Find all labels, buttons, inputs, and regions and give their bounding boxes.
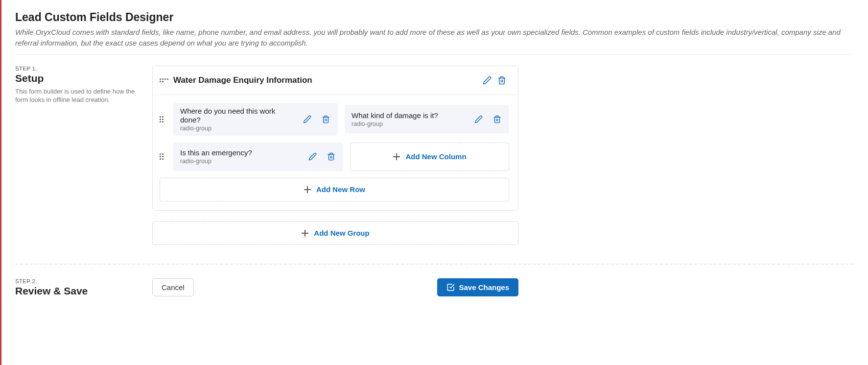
field-row: Where do you need this work done? radio-… <box>160 103 509 136</box>
add-column-label: Add New Column <box>405 152 466 161</box>
drag-handle-icon[interactable] <box>160 78 168 82</box>
step2-label: STEP 2. <box>15 278 141 284</box>
page-description: While OryxCloud comes with standard fiel… <box>15 27 853 55</box>
plus-icon <box>393 153 400 161</box>
edit-field-button[interactable] <box>300 112 314 126</box>
pencil-icon <box>303 115 311 123</box>
trash-icon <box>497 76 506 85</box>
add-group-label: Add New Group <box>314 229 369 237</box>
pencil-icon <box>308 152 317 161</box>
section-divider <box>15 264 853 265</box>
cancel-button[interactable]: Cancel <box>152 278 194 296</box>
trash-icon <box>322 115 330 123</box>
edit-group-button[interactable] <box>480 73 494 88</box>
save-label: Save Changes <box>459 283 509 292</box>
edit-field-button[interactable] <box>305 149 320 164</box>
step1-help: This form builder is used to define how … <box>15 87 141 104</box>
field-type: radio-group <box>180 158 301 165</box>
field-title: Where do you need this work done? <box>180 107 296 124</box>
field-card[interactable]: What kind of damage is it? radio-group <box>345 105 509 133</box>
field-group-card: Water Damage Enquiry Information Where d… <box>152 66 518 211</box>
check-square-icon <box>446 283 455 292</box>
group-header: Water Damage Enquiry Information <box>153 66 518 95</box>
delete-field-button[interactable] <box>490 112 504 126</box>
field-type: radio-group <box>352 121 467 127</box>
add-new-row-button[interactable]: Add New Row <box>160 178 509 201</box>
step-setup-row: STEP 1. Setup This form builder is used … <box>15 66 853 245</box>
drag-handle-icon[interactable] <box>160 116 165 122</box>
delete-group-button[interactable] <box>494 73 509 88</box>
field-title: What kind of damage is it? <box>352 111 467 120</box>
action-buttons: Cancel Save Changes <box>152 278 518 296</box>
field-card[interactable]: Is this an emergency? radio-group <box>173 143 343 171</box>
add-new-group-button[interactable]: Add New Group <box>152 221 518 245</box>
trash-icon <box>493 115 501 123</box>
page-title: Lead Custom Fields Designer <box>15 11 853 24</box>
field-row: Is this an emergency? radio-group Add Ne… <box>160 143 509 171</box>
pencil-icon <box>474 115 483 123</box>
delete-field-button[interactable] <box>318 112 333 126</box>
trash-icon <box>327 152 335 161</box>
edit-field-button[interactable] <box>471 112 486 126</box>
group-title: Water Damage Enquiry Information <box>173 75 480 85</box>
step-review-row: STEP 2. Review & Save Cancel Save Change… <box>15 278 853 300</box>
form-builder: Water Damage Enquiry Information Where d… <box>152 66 518 245</box>
add-row-label: Add New Row <box>316 185 365 194</box>
plus-icon <box>301 229 309 237</box>
field-title: Is this an emergency? <box>180 148 301 157</box>
step2-title: Review & Save <box>15 285 141 297</box>
group-body: Where do you need this work done? radio-… <box>153 95 518 210</box>
delete-field-button[interactable] <box>324 149 338 164</box>
field-type: radio-group <box>180 125 296 132</box>
pencil-icon <box>483 76 492 85</box>
drag-handle-icon[interactable] <box>160 153 165 160</box>
save-changes-button[interactable]: Save Changes <box>437 278 518 296</box>
step1-label: STEP 1. <box>15 66 141 72</box>
field-card[interactable]: Where do you need this work done? radio-… <box>173 103 338 136</box>
plus-icon <box>304 186 311 194</box>
step2-meta: STEP 2. Review & Save <box>15 278 141 300</box>
step1-meta: STEP 1. Setup This form builder is used … <box>15 66 141 104</box>
step1-title: Setup <box>15 73 141 84</box>
add-new-column-button[interactable]: Add New Column <box>350 143 509 171</box>
